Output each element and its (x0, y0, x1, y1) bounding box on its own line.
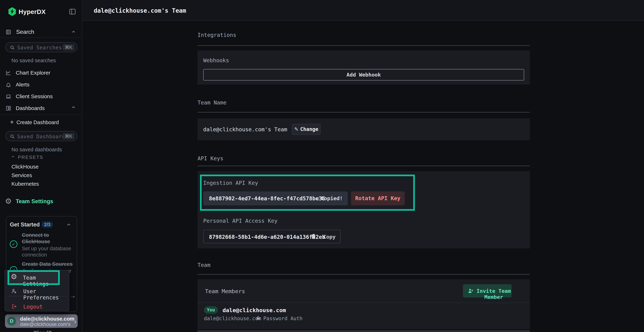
laptop-icon (5, 94, 12, 100)
logout-icon (11, 304, 17, 309)
presets-label: PRESETS (18, 154, 43, 160)
copy-label: Copy (323, 234, 336, 240)
section-divider (198, 330, 530, 332)
preset-clickhouse[interactable]: ClickHouse (12, 164, 39, 170)
menu-divider (6, 296, 68, 296)
create-dashboard-label: Create Dashboard (16, 120, 59, 126)
plus-icon: + (10, 118, 14, 126)
gear-icon: ⚙ (5, 197, 12, 206)
brand-name: HyperDX (18, 8, 46, 16)
menu-item-logout[interactable]: Logout (9, 302, 65, 312)
shortcut-badge: ⌘K (62, 133, 74, 139)
chevron-up-icon[interactable] (66, 222, 72, 228)
chevron-right-icon: › (74, 318, 76, 325)
webhooks-label: Webhooks (203, 57, 229, 64)
clipboard-icon (310, 234, 317, 240)
row-divider (198, 303, 530, 303)
divider (0, 114, 82, 115)
sidebar-item-chart-explorer[interactable]: Chart Explorer (0, 69, 82, 78)
no-saved-searches-note: No saved searches (12, 58, 56, 64)
sidebar-item-client-sessions[interactable]: Client Sessions (0, 93, 82, 101)
section-divider (198, 45, 530, 46)
personal-key-value: 87982668-58b1-4d6e-a620-014a136f52eb (209, 234, 325, 240)
menu-item-label: Logout (23, 304, 42, 310)
sidebar-item-team-settings[interactable]: ⚙ Team Settings (0, 198, 82, 206)
saved-searches-input[interactable]: Saved Searches ⌘K (5, 42, 77, 52)
search-icon (10, 45, 15, 50)
section-divider (198, 166, 530, 166)
sidebar: HyperDX Search Sav (0, 0, 82, 332)
nav-label: Alerts (16, 82, 30, 88)
get-started-item-title[interactable]: Create Data Sources (22, 261, 73, 267)
saved-dashboards-placeholder: Saved Dashboards (17, 134, 68, 140)
hyperdx-logo-icon (8, 7, 16, 16)
user-gear-icon (11, 288, 17, 294)
no-saved-dashboards-note: No saved dashboards (12, 147, 62, 152)
divider (0, 38, 82, 38)
page-title: dale@clickhouse.com's Team (94, 7, 186, 14)
pencil-icon: ✎ (294, 126, 298, 132)
change-label: Change (300, 126, 318, 132)
annotation-box-team-settings (8, 270, 60, 285)
nav-label: Chart Explorer (16, 70, 50, 76)
saved-dashboards-input[interactable]: Saved Dashboards ⌘K (5, 131, 77, 141)
sidebar-collapse-icon[interactable] (69, 8, 76, 16)
arrow-right-icon[interactable]: → (70, 292, 76, 299)
nav-label: Dashboards (16, 105, 45, 111)
search-section-label: Search (16, 28, 34, 35)
avatar: D (7, 316, 16, 326)
section-divider (198, 274, 530, 274)
invite-team-member-button[interactable]: Invite Team Member (463, 284, 512, 298)
shortcut-badge: ⌘K (62, 44, 74, 50)
team-name-heading: Team Name (198, 100, 227, 106)
bell-icon (5, 82, 12, 88)
chevron-down-icon (11, 154, 16, 160)
check-circle-icon: ✓ (10, 240, 17, 248)
brand-row: HyperDX (0, 0, 82, 23)
chart-explorer-icon (5, 70, 12, 76)
section-divider (198, 112, 530, 112)
get-started-title: Get Started (10, 222, 40, 228)
clipped-cloud-text: Cloud? (33, 330, 52, 332)
get-started-item-title[interactable]: Connect to ClickHouse (22, 232, 74, 245)
sidebar-item-dashboards[interactable]: Dashboards (0, 104, 82, 113)
search-section-icon (5, 29, 12, 35)
get-started-item-subtitle: Set up your database connection (22, 246, 76, 258)
personal-api-key-label: Personal API Access Key (203, 218, 278, 224)
user-name: dale@clickhouse.com (20, 316, 74, 322)
team-name-value: dale@clickhouse.com's Team (203, 126, 287, 132)
invite-label: Invite Team Member (476, 288, 512, 300)
add-webhook-button[interactable]: Add Webhook (203, 69, 524, 80)
auth-method-label: Password Auth (263, 316, 302, 322)
team-heading: Team (198, 262, 210, 268)
menu-item-user-preferences[interactable]: User Preferences (9, 286, 65, 296)
user-team: dale@clickhouse.com's (20, 322, 70, 327)
annotation-box-ingestion-key (200, 174, 415, 211)
create-dashboard-button[interactable]: + Create Dashboard (9, 119, 77, 126)
chevron-up-icon[interactable] (71, 105, 76, 110)
nav-label: Client Sessions (16, 94, 53, 100)
saved-searches-placeholder: Saved Searches (17, 45, 62, 50)
sidebar-item-alerts[interactable]: Alerts (0, 81, 82, 90)
search-section-header[interactable]: Search (0, 29, 82, 40)
preset-kubernetes[interactable]: Kubernetes (12, 181, 39, 187)
user-account-button[interactable]: D dale@clickhouse.com dale@clickhouse.co… (5, 314, 78, 328)
menu-item-label: User Preferences (23, 288, 65, 301)
member-name: dale@clickhouse.com (222, 307, 286, 314)
you-badge: You (204, 306, 218, 314)
search-icon (10, 134, 15, 139)
hyperdx-app: HyperDX Search Sav (0, 0, 644, 332)
personal-key-field[interactable]: 87982668-58b1-4d6e-a620-014a136f52eb Cop… (203, 230, 340, 243)
chevron-up-icon[interactable] (71, 29, 76, 35)
lock-icon (256, 315, 261, 321)
member-email: dale@clickhouse.com (204, 316, 261, 322)
api-keys-heading: API Keys (198, 155, 224, 162)
preset-services[interactable]: Services (12, 172, 32, 178)
team-settings-label: Team Settings (16, 198, 53, 205)
team-members-label: Team Members (205, 288, 245, 294)
integrations-heading: Integrations (198, 32, 236, 38)
user-plus-icon (468, 288, 474, 294)
get-started-progress-badge: 2/3 (42, 222, 53, 228)
change-team-name-button[interactable]: ✎Change (292, 124, 320, 135)
topbar: dale@clickhouse.com's Team (83, 0, 644, 21)
